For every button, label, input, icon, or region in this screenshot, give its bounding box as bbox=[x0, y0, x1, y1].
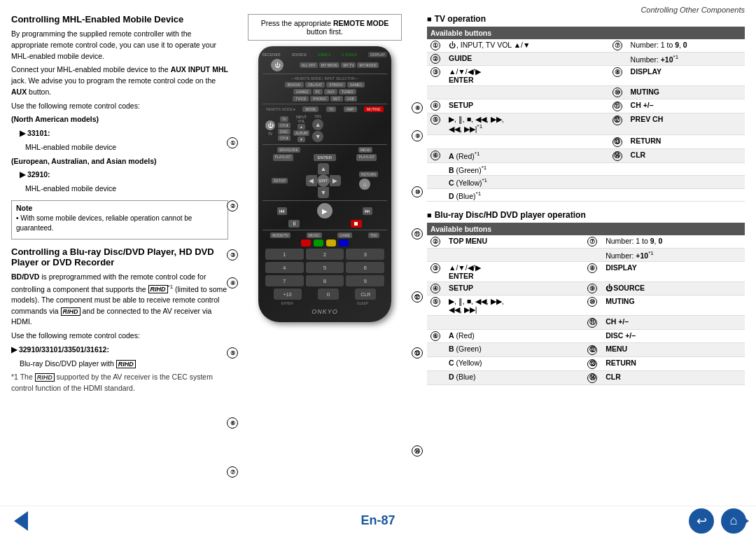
blue-button[interactable] bbox=[339, 239, 349, 246]
table-row: ③ ▲/▼/◀/▶ENTER ⑧ DISPLAY bbox=[427, 261, 745, 282]
row-num2: ⑧ bbox=[587, 263, 597, 273]
row-right: DISPLAY bbox=[627, 66, 745, 86]
num-2[interactable]: 2 bbox=[306, 249, 344, 260]
code2: ▶ 32910: bbox=[20, 169, 228, 181]
row-num: ② bbox=[430, 237, 440, 246]
row-num2: ⑩ bbox=[587, 297, 597, 307]
yellow-button[interactable] bbox=[326, 239, 336, 246]
row-num2: ⑦ bbox=[587, 237, 597, 246]
row-left: D (Blue) bbox=[445, 370, 584, 384]
right-column: TV operation Available buttons ① ⏻, INPU… bbox=[421, 14, 745, 499]
code1: ▶ 33101: bbox=[20, 128, 228, 139]
tv-table-header: Available buttons bbox=[427, 27, 745, 39]
row-right: CLR bbox=[627, 148, 745, 162]
row-right: CH +/– bbox=[602, 315, 745, 329]
table-row: ④ SETUP ⑨ ⏻SOURCE bbox=[427, 282, 745, 295]
color-buttons bbox=[262, 239, 387, 246]
row-right: MUTING bbox=[627, 86, 745, 99]
row-num: ⑥ bbox=[430, 151, 440, 160]
tv-table: Available buttons ① ⏻, INPUT, TV VOL ▲/▼… bbox=[427, 27, 745, 202]
row-right: PREV CH bbox=[627, 113, 745, 135]
table-row: ⑪ CH +/– bbox=[427, 315, 745, 329]
row-left: ▲/▼/◀/▶ENTER bbox=[445, 261, 584, 282]
top-right-label: Controlling Other Components bbox=[640, 6, 745, 14]
table-row: ⑩ MUTING bbox=[427, 86, 745, 99]
remote-diagram: RECEIVER SOURCE ZONE 2 3 GREEN DISPLAY ⏻… bbox=[248, 46, 402, 322]
table-row: ① ⏻, INPUT, TV VOL ▲/▼ ⑦ Number: 1 to 9,… bbox=[427, 39, 745, 53]
table-row: ⑥ A (Red)*1 ⑭ CLR bbox=[427, 148, 745, 162]
row-num2: ⑩ bbox=[612, 88, 622, 97]
table-row: D (Blue)*1 bbox=[427, 188, 745, 202]
footer: En-87 ↩ ⌂ bbox=[0, 506, 756, 535]
num-1[interactable]: 1 bbox=[265, 249, 304, 260]
row-right: CLR bbox=[602, 370, 745, 384]
num-0[interactable]: 0 bbox=[318, 289, 339, 300]
numpad: 1 2 3 4 5 6 7 8 9 bbox=[265, 249, 384, 286]
row-num: ③ bbox=[430, 263, 440, 273]
row-num2: ⑫ bbox=[587, 345, 597, 355]
callout-3: ③ bbox=[227, 249, 238, 260]
table-row: ⑥ A (Red) DISC +/– bbox=[427, 329, 745, 342]
row-right: Number: 1 to 9, 0 bbox=[602, 235, 745, 249]
callout-9: ⑨ bbox=[412, 130, 423, 141]
code1-desc: MHL-enabled mobile device bbox=[25, 142, 228, 153]
num-9[interactable]: 9 bbox=[346, 275, 384, 286]
section2-title: Controlling a Blu-ray Disc/DVD Player, H… bbox=[11, 246, 228, 268]
table-row: ④ SETUP ⑪ CH +/– bbox=[427, 99, 745, 113]
red-button[interactable] bbox=[301, 239, 311, 246]
row-num2: ⑬ bbox=[587, 359, 597, 369]
prev-page-icon[interactable] bbox=[14, 511, 28, 531]
callout-10: ⑩ bbox=[412, 186, 423, 197]
row-left: C (Yellow)*1 bbox=[445, 176, 609, 189]
row-left: A (Red)*1 bbox=[445, 148, 609, 162]
green-button[interactable] bbox=[314, 239, 323, 246]
num-7[interactable]: 7 bbox=[265, 275, 304, 286]
row-right: RETURN bbox=[627, 134, 745, 148]
num-plus10[interactable]: +10 bbox=[274, 289, 302, 300]
table-row: ⑤ ▶, ‖, ■, ◀◀, ▶▶,◀◀, ▶▶| ⑩ MUTING bbox=[427, 295, 745, 315]
remote-body: RECEIVER SOURCE ZONE 2 3 GREEN DISPLAY ⏻… bbox=[258, 46, 391, 322]
row-right: MENU bbox=[602, 342, 745, 356]
row-left: C (Yellow) bbox=[445, 356, 584, 370]
row-right: Number: +10*1 bbox=[602, 249, 745, 262]
num-4[interactable]: 4 bbox=[265, 262, 304, 273]
row-left: ▲/▼/◀/▶ENTER bbox=[445, 66, 609, 86]
page-number: En-87 bbox=[360, 513, 395, 528]
callout-2: ② bbox=[227, 200, 238, 211]
footnote: *1 The RIHD supported by the AV receiver… bbox=[11, 372, 228, 394]
code2-desc: MHL-enabled mobile device bbox=[25, 183, 228, 195]
num-3[interactable]: 3 bbox=[346, 249, 384, 260]
clr-button[interactable]: CLR bbox=[355, 289, 376, 300]
table-row: C (Yellow)*1 bbox=[427, 176, 745, 189]
row-num2: ⑭ bbox=[587, 373, 597, 383]
back-button[interactable]: ↩ bbox=[689, 508, 714, 534]
row-num: ① bbox=[430, 41, 440, 50]
callout-6: ⑥ bbox=[227, 417, 238, 429]
num-8[interactable]: 8 bbox=[306, 275, 344, 286]
row-right: DISPLAY bbox=[602, 261, 745, 282]
bd-section-title: Blu-ray Disc/HD DVD player operation bbox=[427, 210, 745, 220]
row-right: ⏻SOURCE bbox=[602, 282, 745, 295]
row-num2: ⑧ bbox=[612, 67, 622, 77]
row-num2: ⑪ bbox=[612, 102, 622, 111]
row-left: B (Green) bbox=[445, 342, 584, 356]
row-num2: ⑭ bbox=[612, 151, 622, 161]
row-right: Number: 1 to 9, 0 bbox=[627, 39, 745, 53]
num-6[interactable]: 6 bbox=[346, 262, 384, 273]
row-num: ④ bbox=[430, 101, 440, 111]
row-right: RETURN bbox=[602, 356, 745, 370]
row-left: D (Blue)*1 bbox=[445, 188, 609, 202]
bd-para1: BD/DVD is preprogrammed with the remote … bbox=[11, 272, 228, 328]
row-num2: ⑦ bbox=[612, 41, 622, 50]
row-right: CH +/– bbox=[627, 99, 745, 113]
row-num2: ⑬ bbox=[612, 137, 622, 147]
row-left: B (Green)*1 bbox=[445, 162, 609, 176]
row-left: ▶, ‖, ■, ◀◀, ▶▶,◀◀, ▶▶|*1 bbox=[445, 113, 609, 135]
num-5[interactable]: 5 bbox=[306, 262, 344, 273]
north-american: (North American models) bbox=[11, 114, 228, 125]
home-button[interactable]: ⌂ bbox=[721, 508, 746, 534]
row-left: SETUP bbox=[445, 282, 584, 295]
table-row: C (Yellow) ⑬ RETURN bbox=[427, 356, 745, 370]
table-row: D (Blue) ⑭ CLR bbox=[427, 370, 745, 384]
table-row: ② TOP MENU ⑦ Number: 1 to 9, 0 bbox=[427, 235, 745, 249]
